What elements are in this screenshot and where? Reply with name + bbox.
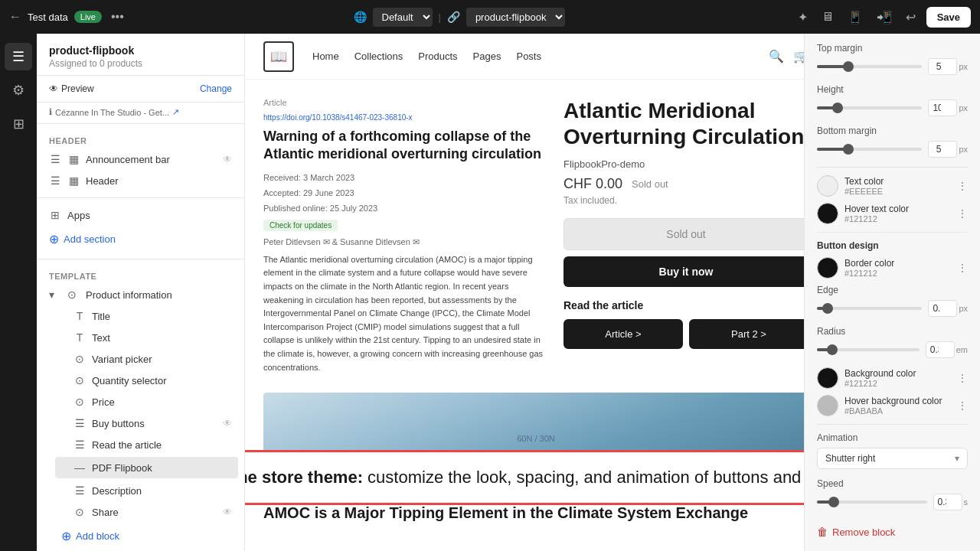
text-color-action[interactable]: ⋮ [957, 180, 968, 192]
hover-bg-color-swatch[interactable] [817, 395, 838, 416]
undo-icon[interactable]: ↩ [903, 7, 919, 28]
change-link[interactable]: Change [200, 83, 232, 94]
nav-home[interactable]: Home [312, 51, 339, 62]
add-block-btn[interactable]: ⊕ Add block [37, 523, 244, 549]
border-color-label-group: Border color #121212 [844, 258, 951, 278]
read-article-icon: ☰ [74, 439, 86, 451]
back-icon[interactable]: ← [9, 10, 21, 24]
store-nav-links: Home Collections Products Pages Posts [312, 51, 541, 62]
article-header: Article [263, 98, 545, 107]
buy-it-now-button[interactable]: Buy it now [564, 256, 804, 287]
read-article-label: Read the article [564, 299, 804, 311]
mobile-icon[interactable]: 📲 [874, 7, 895, 28]
sidebar-icon-settings[interactable]: ⚙ [5, 77, 32, 104]
edge-slider[interactable] [817, 307, 922, 310]
top-margin-unit: px [959, 62, 968, 71]
article-btn-2[interactable]: Part 2 > [689, 319, 804, 349]
check-updates-link[interactable]: Check for updates [263, 220, 338, 231]
hover-text-color-swatch[interactable] [817, 203, 838, 224]
divider-button-design [817, 232, 968, 233]
chain-icon: 🔗 [447, 11, 460, 23]
hover-bg-color-action[interactable]: ⋮ [957, 399, 968, 412]
nav-item-text[interactable]: T Text [49, 327, 244, 348]
flipbook-demo: FlipbookPro-demo [564, 158, 804, 170]
more-menu-icon[interactable]: ••• [111, 10, 124, 24]
bottom-margin-slider[interactable] [817, 148, 922, 151]
radius-unit: em [956, 345, 968, 354]
remove-block-button[interactable]: 🗑 Remove block [817, 520, 968, 544]
nav-item-share[interactable]: ⊙ Share 👁 [49, 501, 244, 523]
radius-value-box: 0.3 em [926, 341, 968, 358]
article-body: The Atlantic meridional overturning circ… [263, 253, 545, 374]
hover-bg-color-row: Hover background color #BABABA ⋮ [817, 395, 968, 416]
nav-posts[interactable]: Posts [516, 51, 541, 62]
nav-collections[interactable]: Collections [354, 51, 403, 62]
article-accepted: Accepted: 29 June 2023 [263, 188, 545, 197]
bottom-margin-input[interactable]: 5 [928, 141, 957, 158]
sidebar-icon-apps[interactable]: ⊞ [5, 110, 32, 138]
border-color-swatch[interactable] [817, 257, 838, 279]
nav-item-quantity[interactable]: ⊙ Quantity selector [49, 370, 244, 391]
divider-animation [817, 424, 968, 425]
search-icon[interactable]: 🔍 [769, 49, 784, 64]
nav-item-pdf-flipbook[interactable]: — PDF Flipbook [55, 457, 238, 478]
nav-item-price[interactable]: ⊙ Price [49, 391, 244, 412]
nav-pages[interactable]: Pages [473, 51, 501, 62]
nav-item-description[interactable]: ☰ Description [49, 480, 244, 501]
radius-slider[interactable] [817, 348, 920, 351]
center-preview: 📖 Home Collections Products Pages Posts … [245, 34, 804, 551]
animation-select[interactable]: Shutter right ▾ [817, 448, 968, 469]
top-margin-value-box: 5 px [928, 58, 968, 75]
bg-color-swatch[interactable] [817, 367, 838, 389]
nav-products[interactable]: Products [418, 51, 457, 62]
top-margin-slider[interactable] [817, 65, 922, 68]
nav-item-announcement[interactable]: ☰ ▦ Announcement bar 👁 [37, 148, 244, 170]
drag-icon2: ☰ [49, 174, 61, 187]
speed-slider-row: 0.3 s [817, 494, 968, 510]
nav-item-read-article[interactable]: ☰ Read the article [49, 434, 244, 455]
buy-buttons-icon: ☰ [74, 417, 86, 429]
speed-slider[interactable] [817, 500, 927, 504]
product-info-group[interactable]: ▾ ⊙ Product information [37, 284, 244, 305]
nav-item-title[interactable]: T Title [49, 305, 244, 327]
text-color-swatch[interactable] [817, 175, 838, 197]
customize-icon[interactable]: ✦ [795, 7, 811, 28]
bottom-margin-unit: px [959, 145, 968, 154]
drag-icon: ☰ [49, 153, 61, 165]
article-doi[interactable]: https://doi.org/10.1038/s41467-023-36810… [263, 113, 545, 122]
nav-item-header[interactable]: ☰ ▦ Header [37, 170, 244, 191]
panel-header: product-flipbook Assigned to 0 products [37, 34, 244, 76]
flipbook-select[interactable]: product-flipbook [466, 8, 565, 27]
speed-input[interactable]: 0.3 [933, 494, 962, 510]
nav-item-variant-picker[interactable]: ⊙ Variant picker [49, 348, 244, 370]
edge-input[interactable]: 0.5 [928, 300, 957, 317]
border-color-action[interactable]: ⋮ [957, 262, 968, 274]
article-btn-1[interactable]: Article > [564, 319, 683, 349]
external-link-icon[interactable]: ↗ [172, 107, 179, 117]
desktop-icon[interactable]: 🖥 [818, 7, 837, 27]
save-button[interactable]: Save [926, 7, 971, 28]
main-layout: ☰ ⚙ ⊞ product-flipbook Assigned to 0 pro… [0, 34, 980, 551]
default-select[interactable]: Default [373, 8, 433, 27]
sold-out-button[interactable]: Sold out [564, 218, 804, 250]
radius-input[interactable]: 0.3 [926, 341, 955, 358]
buy-buttons-action[interactable]: 👁 [223, 418, 232, 429]
cart-icon[interactable]: 🛒 [793, 49, 804, 64]
share-action[interactable]: 👁 [223, 507, 232, 517]
add-section-btn-1[interactable]: ⊕ Add section [37, 226, 244, 253]
top-margin-input[interactable]: 5 [928, 58, 957, 75]
hover-bg-color-hex: #BABABA [844, 406, 951, 416]
edge-unit: px [959, 304, 968, 313]
nav-item-buy-buttons[interactable]: ☰ Buy buttons 👁 [49, 412, 244, 434]
tablet-icon[interactable]: 📱 [844, 7, 866, 28]
edge-value-box: 0.5 px [928, 300, 968, 317]
visibility-icon[interactable]: 👁 [223, 154, 232, 165]
preview-label: 👁 Preview [49, 83, 94, 94]
height-input[interactable]: 10 [928, 99, 957, 116]
height-slider-row: 10 px [817, 99, 968, 116]
bg-color-action[interactable]: ⋮ [957, 372, 968, 384]
sidebar-icon-sections[interactable]: ☰ [5, 43, 32, 70]
nav-item-apps[interactable]: ⊞ Apps [37, 204, 244, 226]
hover-text-color-action[interactable]: ⋮ [957, 207, 968, 220]
height-slider[interactable] [817, 106, 922, 109]
